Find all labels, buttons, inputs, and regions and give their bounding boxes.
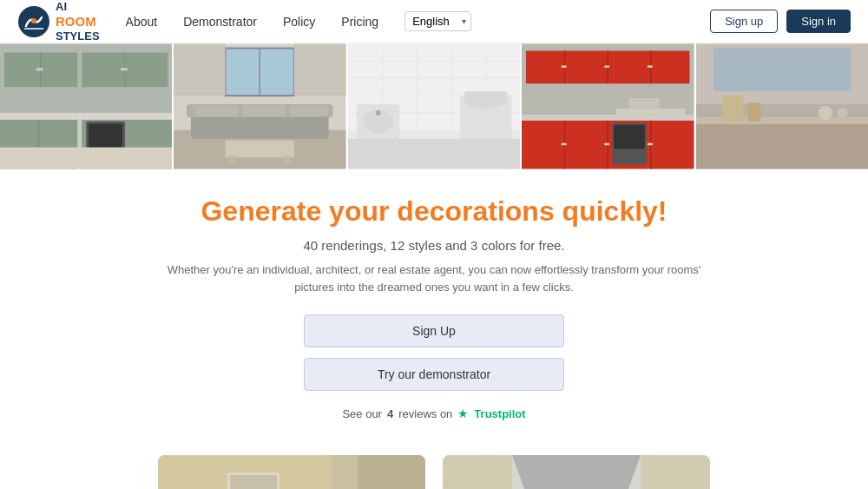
svg-rect-59 <box>522 115 694 121</box>
svg-rect-29 <box>290 106 329 116</box>
trustpilot-stars: ★ <box>457 406 469 420</box>
svg-rect-8 <box>36 68 43 70</box>
hero-signup-button[interactable]: Sign Up <box>304 314 564 347</box>
svg-rect-22 <box>174 44 226 96</box>
language-dropdown[interactable]: English French Spanish German <box>404 11 471 31</box>
svg-rect-64 <box>562 143 567 145</box>
svg-rect-27 <box>195 106 239 116</box>
signup-button[interactable]: Sign up <box>710 10 778 33</box>
nav-about[interactable]: About <box>126 15 158 29</box>
bottom-image-2 <box>443 455 710 489</box>
strip-image-4 <box>522 43 695 169</box>
bottom-image-1 <box>158 455 425 489</box>
strip-image-5 <box>696 43 868 169</box>
svg-rect-23 <box>294 44 346 96</box>
hero-demo-button[interactable]: Try our demonstrator <box>304 358 564 391</box>
cta-buttons: Sign Up Try our demonstrator <box>17 314 851 391</box>
svg-rect-75 <box>696 117 868 124</box>
svg-rect-32 <box>283 156 292 163</box>
logo-icon <box>17 5 50 38</box>
bottom-image-section <box>0 438 868 489</box>
nav-policy[interactable]: Policy <box>283 15 315 29</box>
svg-rect-28 <box>243 106 286 116</box>
logo-text: AI ROOM STYLES <box>56 0 100 43</box>
svg-marker-114 <box>512 455 641 489</box>
svg-rect-49 <box>348 139 520 169</box>
trustpilot-middle: reviews on <box>398 407 452 420</box>
navbar: AI ROOM STYLES About Demonstrator Policy… <box>0 0 868 43</box>
svg-point-78 <box>818 106 832 120</box>
hero-subtitle: 40 renderings, 12 styles and 3 colors fo… <box>17 238 851 253</box>
svg-rect-74 <box>696 122 868 169</box>
svg-rect-77 <box>747 102 760 122</box>
trustpilot-line: See our 4 reviews on ★ Trustpilot <box>17 406 851 420</box>
svg-rect-30 <box>226 141 294 158</box>
svg-rect-57 <box>604 65 609 67</box>
trustpilot-count: 4 <box>387 407 393 420</box>
svg-point-1 <box>31 18 36 23</box>
hero-image-strip <box>0 43 868 169</box>
language-selector[interactable]: English French Spanish German <box>404 11 471 31</box>
svg-rect-65 <box>604 143 609 145</box>
svg-rect-58 <box>648 65 653 67</box>
svg-rect-88 <box>332 455 358 489</box>
logo[interactable]: AI ROOM STYLES <box>17 0 100 43</box>
auth-buttons: Sign up Sign in <box>710 10 851 33</box>
svg-rect-16 <box>89 124 122 150</box>
svg-rect-31 <box>228 156 237 163</box>
svg-rect-69 <box>616 109 685 116</box>
strip-image-3 <box>348 43 522 169</box>
svg-rect-76 <box>721 96 743 122</box>
svg-rect-70 <box>629 98 660 109</box>
svg-rect-17 <box>0 148 172 169</box>
hero-section: Generate your decorations quickly! 40 re… <box>0 169 868 438</box>
svg-rect-86 <box>230 475 277 489</box>
svg-rect-45 <box>464 91 508 102</box>
strip-image-2 <box>174 43 347 169</box>
trustpilot-prefix: See our <box>342 407 382 420</box>
svg-rect-142 <box>443 455 512 489</box>
svg-rect-68 <box>614 125 645 149</box>
svg-rect-9 <box>121 68 128 70</box>
nav-pricing[interactable]: Pricing <box>341 15 378 29</box>
svg-point-48 <box>376 110 381 116</box>
signin-button[interactable]: Sign in <box>786 10 851 33</box>
trustpilot-brand: Trustpilot <box>474 407 525 420</box>
svg-rect-143 <box>641 455 710 489</box>
nav-demonstrator[interactable]: Demonstrator <box>183 15 257 29</box>
svg-rect-66 <box>648 143 653 145</box>
hero-description: Whether you're an individual, architect,… <box>165 261 703 295</box>
nav-links: About Demonstrator Policy Pricing Englis… <box>126 11 711 31</box>
strip-image-1 <box>0 43 174 169</box>
svg-rect-73 <box>713 49 851 92</box>
svg-rect-56 <box>562 65 567 67</box>
hero-title: Generate your decorations quickly! <box>17 195 851 228</box>
svg-point-79 <box>837 108 847 118</box>
svg-rect-10 <box>0 113 172 120</box>
